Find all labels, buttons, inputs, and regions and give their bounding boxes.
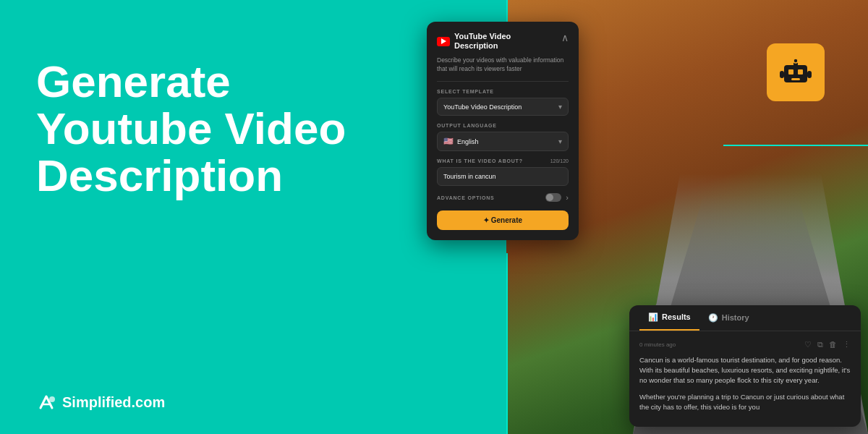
results-tabs: 📊 Results 🕐 History — [629, 305, 861, 331]
results-tab-label: Results — [662, 312, 691, 321]
select-template-value: YouTube Video Description — [443, 103, 522, 111]
robot-icon — [767, 43, 825, 101]
tab-results[interactable]: 📊 Results — [639, 305, 699, 331]
more-icon[interactable]: ⋮ — [843, 340, 851, 349]
svg-point-5 — [793, 59, 798, 63]
heading-line1: Generate — [36, 58, 346, 105]
video-input[interactable]: Tourism in cancun — [437, 167, 569, 186]
advance-toggle[interactable] — [545, 193, 561, 202]
history-tab-label: History — [722, 313, 749, 322]
video-about-label: WHAT IS THE VIDEO ABOUT? — [437, 158, 523, 163]
heading-line3: Description — [36, 152, 346, 199]
svg-rect-2 — [798, 69, 803, 75]
result-actions: ♡ ⧉ 🗑 ⋮ — [804, 340, 851, 349]
svg-point-8 — [49, 396, 55, 402]
result-time-row: 0 minutes ago ♡ ⧉ 🗑 ⋮ — [639, 340, 851, 349]
svg-rect-6 — [780, 71, 784, 78]
delete-icon[interactable]: 🗑 — [829, 340, 837, 349]
card-description: Describe your videos with valuable infor… — [437, 56, 569, 82]
language-left: 🇺🇸 English — [443, 137, 479, 146]
language-field[interactable]: 🇺🇸 English ▾ — [437, 132, 569, 151]
svg-rect-7 — [807, 71, 812, 78]
svg-rect-3 — [791, 78, 800, 80]
select-template-field[interactable]: YouTube Video Description ▾ — [437, 98, 569, 116]
result-time-text: 0 minutes ago — [639, 341, 676, 348]
language-value: English — [457, 138, 479, 145]
card-title-row: YouTube VideoDescription — [437, 32, 511, 51]
output-language-label: OUTPUT LANGUAGE — [437, 123, 569, 128]
youtube-icon — [437, 37, 450, 46]
advance-row: ADVANCE OPTIONS › — [437, 193, 569, 202]
logo-text: Simplified.com — [62, 394, 165, 411]
results-card: 📊 Results 🕐 History 0 minutes ago ♡ ⧉ 🗑 … — [629, 305, 861, 427]
advance-chevron-icon[interactable]: › — [566, 193, 569, 202]
heart-icon[interactable]: ♡ — [804, 340, 812, 349]
generate-button[interactable]: ✦ Generate — [437, 210, 569, 230]
form-card: YouTube VideoDescription ∧ Describe your… — [427, 22, 579, 240]
tab-history[interactable]: 🕐 History — [699, 305, 758, 331]
logo: Simplified.com — [36, 392, 165, 412]
char-count: 120/120 — [550, 158, 569, 163]
result-paragraph-1: Cancun is a world-famous tourist destina… — [639, 355, 851, 386]
advance-label: ADVANCE OPTIONS — [437, 195, 495, 200]
toggle-row: › — [545, 193, 569, 202]
results-tab-icon: 📊 — [648, 312, 658, 322]
copy-icon[interactable]: ⧉ — [817, 340, 823, 349]
horizontal-line-top — [723, 145, 868, 146]
language-arrow: ▾ — [558, 137, 562, 145]
card-title: YouTube VideoDescription — [454, 32, 511, 51]
card-chevron-icon[interactable]: ∧ — [561, 32, 569, 43]
video-input-value: Tourism in cancun — [443, 173, 496, 180]
vertical-divider-bottom — [506, 253, 508, 434]
result-paragraph-2: Whether you're planning a trip to Cancun… — [639, 392, 851, 413]
svg-rect-1 — [788, 69, 793, 75]
heading-line2: Youtube Video — [36, 105, 346, 152]
result-text: Cancun is a world-famous tourist destina… — [639, 355, 851, 412]
select-template-label: SELECT TEMPLATE — [437, 89, 569, 94]
results-body: 0 minutes ago ♡ ⧉ 🗑 ⋮ Cancun is a world-… — [629, 331, 861, 427]
select-template-arrow: ▾ — [558, 103, 562, 111]
card-header: YouTube VideoDescription ∧ — [437, 32, 569, 51]
history-tab-icon: 🕐 — [708, 313, 718, 323]
main-heading: Generate Youtube Video Description — [36, 58, 346, 199]
language-flag: 🇺🇸 — [443, 137, 454, 146]
